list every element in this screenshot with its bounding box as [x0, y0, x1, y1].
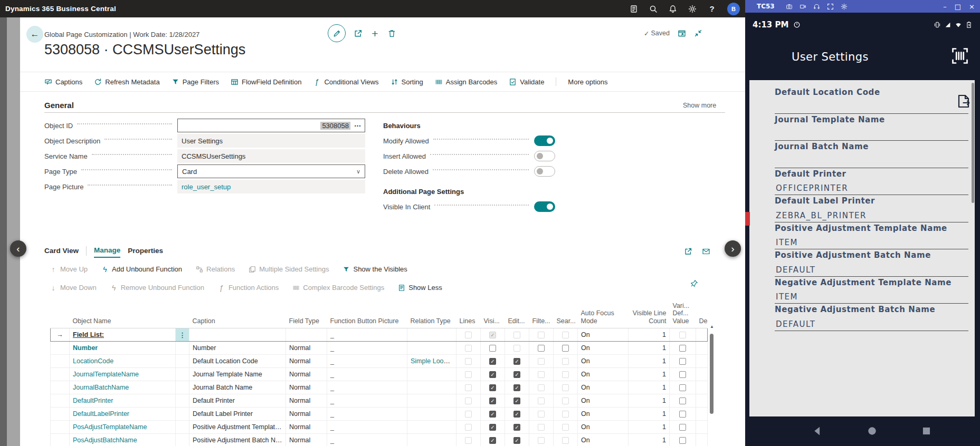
show-more-link[interactable]: Show more [683, 102, 716, 109]
checkbox[interactable] [679, 345, 686, 352]
new-button[interactable]: + [370, 29, 379, 38]
checkbox[interactable] [562, 345, 569, 352]
action-refresh-metadata[interactable]: Refresh Metadata [94, 78, 159, 86]
checkbox[interactable] [679, 411, 686, 418]
checkbox[interactable] [679, 437, 686, 444]
video-icon[interactable] [800, 3, 806, 10]
device-field[interactable]: Negative Adjustment Template NameITEM [775, 278, 968, 305]
checkbox[interactable]: ✓ [513, 384, 520, 391]
column-header[interactable]: Field Type [286, 301, 327, 328]
table-row[interactable]: JournalTemplateNameJournal Template Name… [51, 368, 708, 381]
checkbox[interactable] [679, 424, 686, 431]
assist-edit-icon[interactable]: ⋯ [354, 122, 361, 130]
tab-card-view[interactable]: Card View [44, 247, 79, 257]
journal-icon[interactable] [630, 5, 638, 13]
tab-manage[interactable]: Manage [94, 246, 120, 258]
device-field[interactable]: Journal Batch Name [775, 142, 968, 169]
table-row[interactable]: NumberNumberNormal_On1 [51, 342, 708, 355]
android-recents-icon[interactable] [921, 425, 932, 437]
object-name-link[interactable]: DefaultLabelPrinter [73, 410, 129, 418]
checkbox[interactable]: ✓ [489, 384, 496, 391]
delete-button[interactable] [387, 29, 396, 38]
share-button[interactable] [354, 29, 363, 38]
maximize-button[interactable]: □ [955, 3, 961, 11]
minimize-button[interactable]: – [943, 3, 947, 11]
column-header[interactable]: Vari... Def... Value [670, 301, 696, 328]
toggle-delete-allowed[interactable] [534, 166, 555, 177]
column-header[interactable]: Sear... [554, 301, 578, 328]
device-field[interactable]: Default Label PrinterZEBRA_BL_PRINTER [775, 196, 968, 224]
object-name-link[interactable]: DefaultPrinter [73, 397, 113, 404]
device-field[interactable]: Positive Adjustment Template NameITEM [775, 224, 968, 251]
share-part-icon[interactable] [684, 247, 692, 256]
column-header[interactable]: Caption [189, 301, 286, 328]
previous-record-button[interactable]: ‹ [10, 240, 26, 257]
headphones-icon[interactable] [813, 3, 820, 10]
more-options-button[interactable]: More options [568, 78, 607, 86]
action-sorting[interactable]: Sorting [391, 78, 423, 86]
pin-icon[interactable] [690, 279, 698, 287]
column-header[interactable]: Object Name [70, 301, 176, 328]
object-name-link[interactable]: LocationCode [73, 357, 113, 365]
help-icon[interactable]: ? [708, 5, 716, 13]
object-name-link[interactable]: JournalBatchName [73, 384, 129, 391]
checkbox[interactable]: ✓ [489, 424, 496, 431]
scrollbar-thumb[interactable] [710, 334, 713, 414]
table-row[interactable]: →Field List:⋮_✓On1 [51, 328, 708, 342]
action-conditional-views[interactable]: ƒConditional Views [313, 78, 378, 86]
action-flowfield-definition[interactable]: FlowField Definition [231, 78, 301, 86]
table-row[interactable]: LocationCodeDefault Location CodeNormal_… [51, 355, 708, 368]
settings-gear-icon[interactable] [688, 5, 697, 13]
column-header[interactable] [51, 301, 70, 328]
page-picture-link[interactable]: role_user_setup [182, 183, 231, 191]
checkbox[interactable]: ✓ [513, 397, 520, 404]
action-captions[interactable]: Captions [44, 78, 82, 86]
table-scrollbar[interactable]: ▲ [709, 324, 715, 445]
open-in-window-icon[interactable] [678, 29, 686, 37]
user-avatar[interactable]: B [727, 3, 740, 15]
checkbox[interactable]: ✓ [489, 411, 496, 418]
table-row[interactable]: DefaultLabelPrinterDefault Label Printer… [51, 408, 708, 421]
scroll-up-arrow[interactable]: ▲ [709, 324, 715, 329]
column-header[interactable]: Lines [456, 301, 481, 328]
edit-button[interactable] [328, 24, 346, 42]
column-header[interactable]: De [696, 301, 708, 328]
object-name-link[interactable]: PosAdjustBatchName [73, 437, 137, 444]
show-the-visibles-button[interactable]: Show the Visibles [342, 265, 407, 273]
action-assign-barcodes[interactable]: Assign Barcodes [435, 78, 498, 86]
breadcrumb[interactable]: Global Page Customization | Work Date: 1… [44, 31, 199, 38]
object-name-link[interactable]: PosAdjustTemplateName [73, 423, 147, 431]
toggle-visible-in-client[interactable] [534, 201, 555, 212]
notifications-icon[interactable] [669, 5, 677, 13]
checkbox[interactable]: ✓ [489, 358, 496, 365]
checkbox[interactable]: ✓ [513, 437, 520, 444]
mail-part-icon[interactable] [702, 247, 710, 256]
collapse-icon[interactable] [694, 29, 702, 37]
checkbox[interactable]: ✓ [513, 358, 520, 365]
action-page-filters[interactable]: Page Filters [172, 78, 219, 86]
toggle-modify-allowed[interactable] [534, 135, 555, 146]
emulator-settings-icon[interactable] [841, 3, 848, 10]
toggle-insert-allowed[interactable] [534, 151, 555, 161]
android-home-icon[interactable] [867, 425, 878, 437]
add-unbound-function-button[interactable]: ϟAdd Unbound Function [101, 265, 182, 273]
checkbox[interactable]: ✓ [489, 437, 496, 444]
column-header[interactable]: Relation Type [407, 301, 456, 328]
app-scrollbar[interactable] [972, 83, 974, 203]
checkbox[interactable]: ✓ [513, 371, 520, 378]
checkbox[interactable] [679, 358, 686, 365]
checkbox[interactable]: ✓ [489, 371, 496, 378]
column-header[interactable]: Edit... [505, 301, 529, 328]
page-type-select[interactable]: Card∨ [177, 164, 365, 178]
checkbox[interactable] [679, 384, 686, 391]
table-row[interactable]: PosAdjustTemplateNamePositive Adjustment… [51, 421, 708, 434]
barcode-scan-icon[interactable] [950, 46, 969, 65]
relation-type-link[interactable]: Simple Lookup [411, 357, 454, 365]
column-header[interactable]: Visible Line Count [629, 301, 670, 328]
chevron-down-icon[interactable]: ∨ [356, 168, 360, 175]
camera-icon[interactable] [786, 3, 793, 10]
table-row[interactable]: DefaultPrinterDefault PrinterNormal_✓✓On… [51, 394, 708, 408]
device-field[interactable]: Negative Adjustment Batch NameDEFAULT [775, 305, 968, 332]
table-row[interactable]: PosAdjustBatchNamePositive Adjustment Ba… [51, 434, 708, 446]
device-field[interactable]: Default Location Code [775, 88, 968, 115]
